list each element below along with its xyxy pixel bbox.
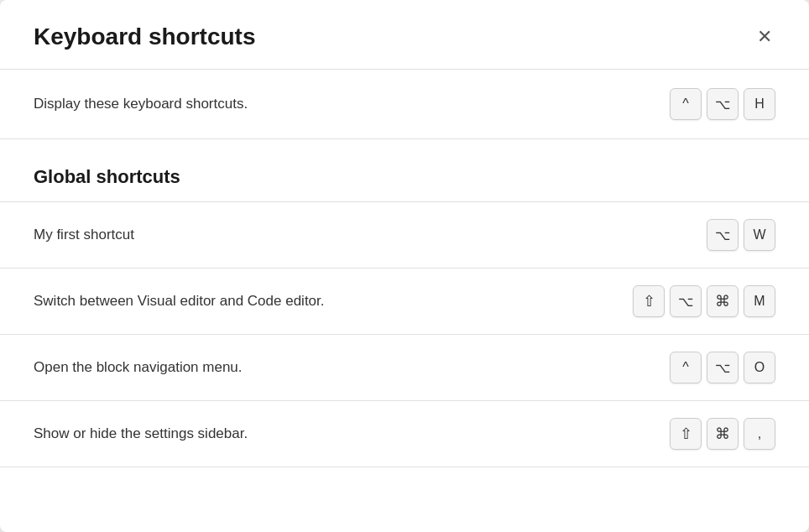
key-ctrl-3: ^	[670, 352, 702, 383]
global-shortcuts-section: Global shortcuts	[0, 139, 809, 201]
close-button[interactable]: ✕	[754, 24, 775, 50]
key-alt-2: ⌥	[670, 285, 702, 317]
key-cmd-4: ⌘	[707, 418, 739, 450]
key-alt-1: ⌥	[707, 219, 739, 251]
modal-header: Keyboard shortcuts ✕	[0, 0, 809, 70]
shortcut-label-3: Open the block navigation menu.	[34, 359, 243, 376]
shortcut-label-2: Switch between Visual editor and Code ed…	[34, 293, 325, 310]
display-shortcut-description: Display these keyboard shortcuts.	[34, 96, 248, 112]
global-shortcuts-title: Global shortcuts	[34, 166, 775, 188]
shortcut-row-3: Open the block navigation menu. ^ ⌥ O	[0, 334, 809, 400]
shortcut-label-1: My first shortcut	[34, 227, 134, 243]
shortcut-keys-1: ⌥ W	[707, 219, 775, 251]
key-ctrl: ^	[670, 88, 702, 120]
key-cmd-2: ⌘	[707, 285, 739, 317]
key-h: H	[744, 88, 775, 120]
key-comma-4: ,	[744, 418, 775, 450]
keyboard-shortcuts-modal: Keyboard shortcuts ✕ Display these keybo…	[0, 0, 809, 532]
shortcut-row-4: Show or hide the settings sidebar. ⇧ ⌘ ,	[0, 400, 809, 467]
key-shift-2: ⇧	[633, 285, 665, 317]
shortcut-keys-2: ⇧ ⌥ ⌘ M	[633, 285, 775, 317]
display-shortcut-keys: ^ ⌥ H	[670, 88, 775, 120]
key-m-2: M	[744, 285, 775, 317]
key-shift-4: ⇧	[670, 418, 702, 450]
shortcut-row-2: Switch between Visual editor and Code ed…	[0, 268, 809, 334]
display-shortcut-row: Display these keyboard shortcuts. ^ ⌥ H	[0, 70, 809, 139]
shortcut-keys-3: ^ ⌥ O	[670, 352, 775, 383]
shortcut-label-4: Show or hide the settings sidebar.	[34, 425, 248, 442]
key-o-3: O	[744, 352, 775, 383]
key-alt-3: ⌥	[707, 352, 739, 383]
modal-title: Keyboard shortcuts	[34, 23, 256, 50]
key-w-1: W	[744, 219, 775, 251]
shortcut-row-1: My first shortcut ⌥ W	[0, 201, 809, 268]
key-alt: ⌥	[707, 88, 739, 120]
shortcut-keys-4: ⇧ ⌘ ,	[670, 418, 775, 450]
